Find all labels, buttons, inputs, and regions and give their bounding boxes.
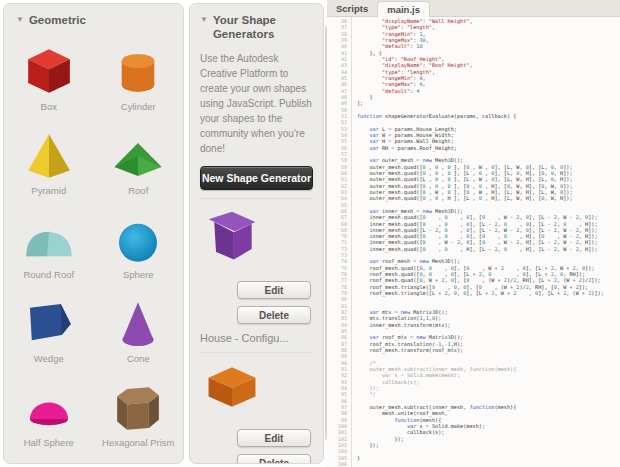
shape-tile-pyramid[interactable]: Pyramid: [4, 115, 94, 199]
cone-shape-icon: [109, 296, 167, 352]
round-roof-shape-icon: [20, 212, 78, 268]
collapse-triangle-icon[interactable]: ▼: [200, 15, 208, 24]
line-number: 106: [327, 461, 351, 467]
code-lines[interactable]: "displayName": "Wall Height", "type": "l…: [352, 17, 620, 467]
shape-label: Half Sphere: [24, 437, 74, 448]
shape-label: Wedge: [34, 353, 64, 364]
shape-tile-half-sphere[interactable]: Half Sphere: [4, 367, 94, 451]
shape-label: Box: [41, 101, 57, 112]
new-shape-generator-button[interactable]: New Shape Generator: [200, 166, 313, 190]
generator-item-house: Edit Delete House - Configu...: [200, 198, 313, 344]
code-line: [357, 461, 620, 467]
generator-name: House - Configu...: [200, 332, 313, 344]
generators-panel-title: Your Shape Generators: [213, 13, 313, 41]
code-line: roof_mesh.quad([0, W + 2, 0], [0 , (W + …: [357, 277, 620, 283]
hexagonal-prism-shape-icon: [109, 380, 167, 436]
shape-label: Cone: [127, 353, 150, 364]
code-editor[interactable]: 3637383940414243444546474849505152535455…: [327, 17, 620, 467]
sphere-shape-icon: [109, 212, 167, 268]
cylinder-shape-icon: [109, 44, 167, 100]
shape-generators-panel: ▼ Your Shape Generators Use the Autodesk…: [189, 3, 324, 464]
edit-button[interactable]: Edit: [237, 429, 311, 447]
generators-panel-header: ▼ Your Shape Generators: [200, 13, 313, 43]
edit-button[interactable]: Edit: [237, 281, 311, 299]
generator-item-empty: Edit Delete Empty: [200, 352, 313, 464]
delete-button[interactable]: Delete: [237, 454, 311, 464]
shape-tile-cylinder[interactable]: Cylinder: [94, 31, 184, 115]
shape-tile-sphere[interactable]: Sphere: [94, 199, 184, 283]
shape-generator-app: ▼ Geometric Box Cylinder: [0, 0, 620, 467]
code-line: inner_mesh.quad([0 , 0 , 0], [0 , W - 2,…: [357, 214, 620, 220]
shape-label: Roof: [128, 185, 148, 196]
generators-description: Use the Autodesk Creative Platform to cr…: [200, 51, 313, 156]
roof-shape-icon: [109, 128, 167, 184]
geometric-panel-title: Geometric: [29, 13, 86, 27]
shape-label: Pyramid: [31, 185, 66, 196]
shape-label: Cylinder: [121, 101, 156, 112]
gutter: 3637383940414243444546474849505152535455…: [327, 17, 352, 467]
tab-main-js[interactable]: main.js: [377, 1, 430, 17]
shape-label: Round Roof: [23, 269, 74, 280]
script-editor: Scripts main.js 363738394041424344454647…: [327, 0, 620, 467]
shape-tile-roof[interactable]: Roof: [94, 115, 184, 199]
shape-tile-wedge[interactable]: Wedge: [4, 283, 94, 367]
pyramid-shape-icon: [20, 128, 78, 184]
code-line: inner_mesh.quad([0 , 0 , H], [L - 2, 0 ,…: [357, 246, 620, 252]
code-line: inner_mesh.quad([0 , 0 , 0], [L - 2, 0 ,…: [357, 221, 620, 227]
shape-tile-hexagonal-prism[interactable]: Hexagonal Prism: [94, 367, 184, 451]
shape-tile-box[interactable]: Box: [4, 31, 94, 115]
shape-grid: Box Cylinder Pyramid: [4, 31, 183, 451]
half-sphere-shape-icon: [20, 380, 78, 436]
code-line: inner_mesh.quad([0 , W - 2, 0], [0 , W -…: [357, 239, 620, 245]
geometric-panel-header: ▼ Geometric: [4, 4, 183, 29]
wedge-shape-icon: [20, 296, 78, 352]
box-shape-icon: [20, 44, 78, 100]
empty-generator-icon[interactable]: [202, 361, 262, 413]
shape-label: Hexagonal Prism: [102, 437, 174, 448]
geometric-panel: ▼ Geometric Box Cylinder: [3, 3, 184, 464]
code-line: roof_mesh.triangle([L + 2, 0, 0], [L + 2…: [357, 290, 620, 296]
collapse-triangle-icon[interactable]: ▼: [16, 15, 24, 24]
tab-scripts[interactable]: Scripts: [327, 1, 377, 16]
shape-tile-cone[interactable]: Cone: [94, 283, 184, 367]
shape-label: Sphere: [123, 269, 154, 280]
shape-tile-round-roof[interactable]: Round Roof: [4, 199, 94, 283]
delete-button[interactable]: Delete: [237, 306, 311, 324]
editor-tab-bar: Scripts main.js: [327, 0, 620, 17]
house-generator-icon[interactable]: [202, 207, 262, 265]
